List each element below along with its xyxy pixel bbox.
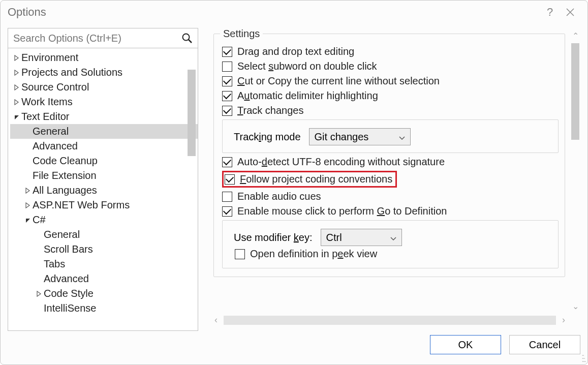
resize-grip-icon[interactable]: ·········	[581, 353, 585, 362]
opt-label: Follow project coding conventions	[240, 173, 392, 185]
opt-goto-definition[interactable]: Enable mouse click to perform Go to Defi…	[222, 205, 559, 217]
checkbox-icon[interactable]	[222, 106, 232, 116]
scroll-down-icon[interactable]: ⌄	[570, 301, 580, 312]
opt-label: Drag and drop text editing	[237, 46, 354, 57]
tree-item-label: General	[33, 126, 69, 137]
tree-collapsed-icon[interactable]	[24, 188, 32, 194]
checkbox-icon[interactable]	[222, 47, 232, 57]
opt-label: Enable audio cues	[237, 191, 321, 202]
search-input[interactable]	[12, 32, 181, 45]
tree-collapsed-icon[interactable]	[36, 291, 43, 297]
ok-button[interactable]: OK	[430, 335, 501, 354]
chevron-down-icon	[399, 131, 405, 143]
tree-item[interactable]: Projects and Solutions	[10, 65, 198, 80]
opt-peek-view[interactable]: Open definition in peek view	[235, 248, 551, 260]
tree-item[interactable]: IntelliSense	[10, 301, 198, 316]
settings-pane: Settings Drag and drop text editing Sele…	[208, 28, 580, 331]
svg-line-1	[189, 40, 192, 43]
select-value: Git changes	[315, 131, 369, 143]
tree-item-label: Code Style	[44, 288, 94, 299]
tracking-mode-select[interactable]: Git changes	[309, 128, 411, 145]
opt-track-changes[interactable]: Track changes	[222, 105, 559, 116]
dialog-footer: OK Cancel	[1, 331, 587, 364]
tree-collapsed-icon[interactable]	[13, 99, 20, 105]
opt-label: Track changes	[237, 105, 303, 116]
opt-select-subword[interactable]: Select subword on double click	[222, 60, 559, 72]
opt-label: Automatic delimiter highlighting	[237, 90, 378, 102]
tracking-mode-label: Tracking mode	[234, 131, 301, 143]
checkbox-icon[interactable]	[222, 206, 232, 217]
checkbox-icon[interactable]	[222, 192, 232, 202]
opt-cut-copy-line[interactable]: Cut or Copy the current line without sel…	[222, 75, 559, 87]
scroll-left-icon[interactable]: ‹	[210, 315, 222, 326]
left-pane: EnvironmentProjects and SolutionsSource …	[8, 28, 198, 331]
tree-scroll-thumb[interactable]	[188, 70, 196, 156]
tree-item[interactable]: Code Style	[10, 286, 198, 301]
search-box[interactable]	[8, 28, 198, 48]
search-icon	[181, 33, 193, 44]
tree-item-label: All Languages	[33, 185, 97, 196]
checkbox-icon[interactable]	[222, 76, 232, 86]
tree-item[interactable]: Advanced	[10, 271, 198, 286]
tree-item-label: Text Editor	[21, 111, 69, 123]
cancel-button[interactable]: Cancel	[509, 335, 580, 354]
tree-item-label: C#	[33, 214, 46, 226]
tree-item[interactable]: Work Items	[10, 95, 198, 109]
settings-scrollbar-vertical[interactable]: ⌃ ⌄	[570, 31, 580, 312]
opt-audio-cues[interactable]: Enable audio cues	[222, 191, 559, 202]
tree-item[interactable]: Tabs	[10, 257, 198, 271]
checkbox-icon[interactable]	[235, 249, 245, 259]
tree-item-label: Source Control	[21, 81, 89, 93]
scroll-up-icon[interactable]: ⌃	[570, 31, 580, 41]
tree-expanded-icon[interactable]	[24, 217, 32, 223]
opt-auto-detect-utf8[interactable]: Auto-detect UTF-8 encoding without signa…	[222, 156, 559, 168]
tree-expanded-icon[interactable]	[13, 114, 20, 120]
tree-item-label: File Extension	[33, 170, 97, 181]
tree-collapsed-icon[interactable]	[24, 202, 32, 208]
opt-drag-drop[interactable]: Drag and drop text editing	[222, 46, 559, 57]
tree-scrollbar[interactable]	[188, 50, 197, 205]
tree-collapsed-icon[interactable]	[13, 55, 20, 61]
tree-item[interactable]: Text Editor	[10, 109, 198, 124]
scroll-track[interactable]	[224, 316, 556, 325]
opt-label: Select subword on double click	[237, 60, 377, 72]
category-tree[interactable]: EnvironmentProjects and SolutionsSource …	[8, 48, 198, 331]
tree-collapsed-icon[interactable]	[13, 70, 20, 76]
tree-item[interactable]: All Languages	[10, 183, 198, 198]
scroll-thumb[interactable]	[571, 43, 579, 140]
checkbox-icon[interactable]	[222, 91, 232, 101]
tree-item[interactable]: Environment	[10, 50, 198, 65]
tree-item[interactable]: General	[10, 124, 198, 139]
tree-item-label: Tabs	[44, 258, 65, 270]
tracking-mode-group: Tracking mode Git changes	[222, 119, 559, 153]
tree-item[interactable]: Advanced	[10, 139, 198, 154]
dialog-title: Options	[8, 6, 46, 19]
tree-item[interactable]: Source Control	[10, 80, 198, 95]
help-button[interactable]: ?	[540, 2, 560, 22]
checkbox-icon[interactable]	[222, 62, 232, 72]
tree-item-label: Environment	[21, 52, 78, 64]
select-value: Ctrl	[326, 232, 342, 244]
tree-collapsed-icon[interactable]	[13, 84, 20, 90]
modifier-key-select[interactable]: Ctrl	[321, 229, 402, 246]
tree-item-label: ASP.NET Web Forms	[33, 199, 130, 211]
tree-item[interactable]: File Extension	[10, 168, 198, 183]
svg-point-0	[183, 34, 190, 41]
tree-item[interactable]: Code Cleanup	[10, 154, 198, 168]
opt-auto-delimiter[interactable]: Automatic delimiter highlighting	[222, 90, 559, 102]
close-button[interactable]	[560, 2, 580, 22]
settings-group: Settings Drag and drop text editing Sele…	[213, 28, 565, 277]
opt-follow-conventions[interactable]: Follow project coding conventions	[222, 171, 559, 188]
tree-item[interactable]: Scroll Bars	[10, 242, 198, 257]
checkbox-icon[interactable]	[225, 174, 235, 185]
tree-item-label: Code Cleanup	[33, 155, 98, 167]
checkbox-icon[interactable]	[222, 157, 232, 167]
tree-item[interactable]: C#	[10, 212, 198, 227]
opt-label: Open definition in peek view	[250, 248, 377, 260]
settings-scrollbar-horizontal[interactable]: ‹ ›	[208, 315, 569, 326]
tree-item[interactable]: General	[10, 227, 198, 242]
scroll-right-icon[interactable]: ›	[558, 315, 569, 326]
options-dialog: Options ? EnvironmentProjects and Soluti…	[0, 0, 588, 365]
tree-item[interactable]: ASP.NET Web Forms	[10, 198, 198, 212]
tree-item-label: General	[44, 229, 80, 240]
